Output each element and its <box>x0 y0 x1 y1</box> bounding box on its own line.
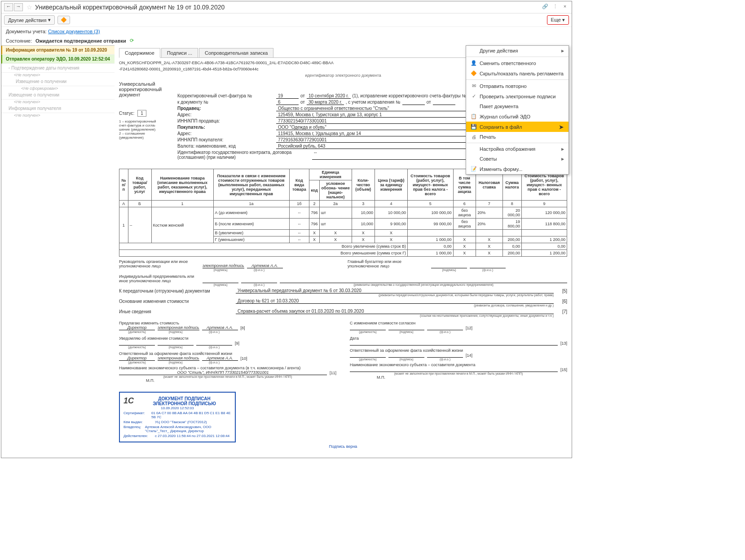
chevron-down-icon: ▾ <box>48 17 51 23</box>
sidebar-item-sender-info[interactable]: Информация отправителя № 19 от 10.09.202… <box>1 46 115 55</box>
sidebar-item-notice2[interactable]: Извещение о получении <box>1 91 115 100</box>
menu-tips[interactable]: Советы▶ <box>466 154 569 164</box>
menu-resend[interactable]: ✉Отправить повторно <box>466 81 569 91</box>
menu-toggle-panel[interactable]: 🔶Скрыть/показать панель регламента <box>466 68 569 79</box>
sidebar-item-recipient[interactable]: Информация получателя <box>1 104 115 113</box>
tab-signatures[interactable]: Подписи ... <box>161 48 198 57</box>
star-icon[interactable]: ☆ <box>26 4 32 11</box>
goods-table: № п/пКод товара/ работ, услугНаименовани… <box>119 169 567 257</box>
signature-stamp: 1C ДОКУМЕНТ ПОДПИСАН ЭЛЕКТРОННОЙ ПОДПИСЬ… <box>119 392 236 442</box>
cursor-icon: ➤ <box>559 123 564 131</box>
menu-display[interactable]: Настройка отображения▶ <box>466 144 569 154</box>
menu-edit-form[interactable]: 📝Изменить форму... <box>466 164 569 174</box>
other-actions-button[interactable]: Другие действия ▾ <box>4 15 55 25</box>
menu-print[interactable]: 🖨Печать <box>466 132 569 142</box>
docs-link[interactable]: Список документов (3) <box>48 29 100 34</box>
send-icon: ✉ <box>471 83 477 89</box>
form-icon: 📝 <box>471 166 477 172</box>
journal-icon: 📋 <box>471 114 477 119</box>
nav-back[interactable]: ← <box>4 3 13 11</box>
menu-other-actions[interactable]: Другие действия▶ <box>466 46 569 56</box>
sidebar-item-notice1[interactable]: Извещение о получении <box>1 77 115 86</box>
sidebar: Информация отправителя № 19 от 10.09.202… <box>1 45 115 458</box>
nav-fwd[interactable]: → <box>14 3 23 11</box>
user-icon: 👤 <box>471 60 477 66</box>
print-icon: 🖨 <box>471 134 477 140</box>
menu-change-owner[interactable]: 👤Сменить ответственного <box>466 58 569 68</box>
more-menu: Другие действия▶ 👤Сменить ответственного… <box>466 45 569 175</box>
link-icon[interactable]: 🔗 <box>541 4 549 11</box>
save-icon: 💾 <box>471 124 477 130</box>
check-icon: ✓ <box>471 93 477 99</box>
docs-label: Документы учета: <box>6 29 47 34</box>
state-label: Состояние: <box>6 38 32 44</box>
hierarchy-button[interactable]: 🔶 <box>57 16 70 24</box>
refresh-icon[interactable]: ⟳ <box>130 38 134 44</box>
close-icon[interactable]: × <box>561 4 569 11</box>
sidebar-item-sent[interactable]: Отправлен оператору ЭДО, 10.09.2020 12:5… <box>1 55 115 64</box>
window-title: Универсальный корректировочный документ … <box>35 4 539 11</box>
sidebar-item-confirm[interactable]: ▫ Подтверждение даты получения <box>1 64 115 73</box>
tab-content[interactable]: Содержимое <box>119 48 160 58</box>
menu-dots[interactable]: ⋮ <box>551 4 559 11</box>
menu-package[interactable]: Пакет документа <box>466 101 569 111</box>
tab-note[interactable]: Сопроводительная записка <box>199 48 273 57</box>
panel-icon: 🔶 <box>471 70 477 76</box>
menu-verify[interactable]: ✓Проверить электронные подписи <box>466 91 569 101</box>
state-value: Ожидается подтверждение отправки <box>35 38 126 44</box>
menu-save-file[interactable]: 💾Сохранить в файл➤ <box>466 122 569 132</box>
more-button[interactable]: Еще ▾ <box>547 15 569 25</box>
menu-journal[interactable]: 📋Журнал событий ЭДО <box>466 111 569 122</box>
